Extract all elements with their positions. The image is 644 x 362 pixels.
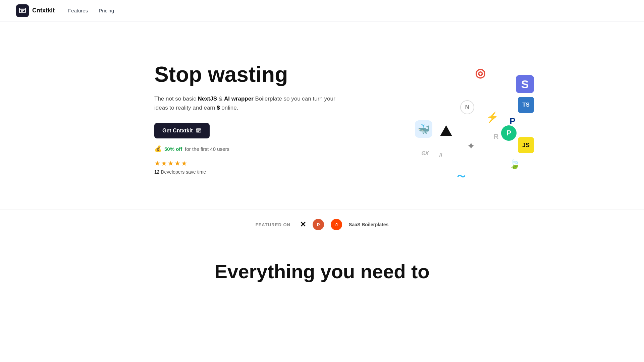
bottom-title: Everything you need to <box>16 260 628 283</box>
svg-point-9 <box>335 225 335 225</box>
featured-label: FEATURED ON <box>256 222 290 227</box>
hero-desc: The not so basic NextJS & AI wrapper Boi… <box>154 94 342 112</box>
target-circle-icon: ◎ <box>472 65 488 81</box>
nav-features[interactable]: Features <box>68 8 88 13</box>
bolt-icon: ⚡ <box>485 110 499 124</box>
tailwind-icon: 〜 <box>453 169 469 184</box>
cta-button[interactable]: Get Cntxtkit <box>154 123 210 138</box>
svg-point-10 <box>337 225 338 225</box>
promo-icon: 💰 <box>154 145 162 153</box>
docker-icon: 🐳 <box>415 120 432 138</box>
desc-mid: & <box>217 96 224 102</box>
nav-links: Features Pricing <box>68 8 114 13</box>
bottom-section: Everything you need to <box>0 240 644 289</box>
featured-icons: ✕ P SaaS Boilerplates <box>300 219 388 230</box>
desc-dollar: $ <box>217 105 220 111</box>
devs-count: 12 <box>154 169 160 175</box>
devs-label: Developers save time <box>161 169 206 175</box>
express-icon: ex <box>412 145 438 160</box>
nextjs-icon: N <box>460 100 474 114</box>
logo-icon <box>16 4 29 17</box>
desc-end: online. <box>220 105 238 111</box>
promo-badge: 💰 50% off for the first 40 users <box>154 145 342 153</box>
star-2: ★ <box>161 159 167 167</box>
devs-text: 12 Developers save time <box>154 169 342 175</box>
stripe-icon: S <box>516 75 534 93</box>
typescript-icon: TS <box>518 97 534 113</box>
resend-icon: R <box>490 130 502 142</box>
promo-pct: 50% off <box>164 146 182 152</box>
featured-bar: FEATURED ON ✕ P SaaS Boilerplates <box>0 209 644 240</box>
cta-icon <box>196 128 202 134</box>
svg-point-8 <box>333 222 339 228</box>
star-3: ★ <box>168 159 174 167</box>
tech-icons-cloud: 🐳 ◎ S TS ⚡ N // P R P ✦ ex JS 🍃 〜 <box>407 58 541 179</box>
hero-section: Stop wasting The not so basic NextJS & A… <box>87 21 557 209</box>
desc-wrapper: AI wrapper <box>224 96 254 102</box>
nav-pricing[interactable]: Pricing <box>99 8 114 13</box>
desc-plain: The not so basic <box>154 96 198 102</box>
saas-boilerplates-label: SaaS Boilerplates <box>349 222 388 227</box>
navbar: Cntxtkit Features Pricing <box>0 0 644 21</box>
svg-rect-3 <box>21 11 23 12</box>
hero-content: Stop wasting The not so basic NextJS & A… <box>154 63 342 175</box>
reddit-icon <box>331 219 342 230</box>
openai-icon: ✦ <box>464 139 478 154</box>
star-1: ★ <box>154 159 160 167</box>
cta-label: Get Cntxtkit <box>162 128 193 134</box>
svg-rect-2 <box>21 10 24 11</box>
logo-text: Cntxtkit <box>32 7 55 14</box>
mongodb-icon: 🍃 <box>508 157 521 171</box>
promo-rest: for the first 40 users <box>185 146 229 152</box>
javascript-icon: JS <box>518 137 534 153</box>
stars-row: ★ ★ ★ ★ ★ <box>154 159 342 167</box>
producthunt-icon: P <box>313 219 324 230</box>
star-5: ★ <box>181 159 187 167</box>
star-4: ★ <box>174 159 180 167</box>
react-triangle-icon <box>440 125 452 136</box>
hero-title: Stop wasting <box>154 63 342 86</box>
desc-nextjs: NextJS <box>198 96 217 102</box>
logo-link[interactable]: Cntxtkit <box>16 4 55 17</box>
x-icon: ✕ <box>300 220 306 229</box>
prisma-icon: P <box>501 125 517 141</box>
